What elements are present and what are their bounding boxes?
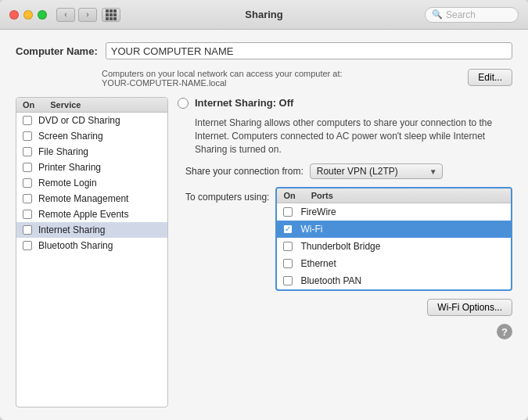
computer-name-input[interactable] xyxy=(106,42,512,59)
main-content: Computer Name: Computers on your local n… xyxy=(0,30,528,420)
printer-sharing-label: Printer Sharing xyxy=(38,162,101,173)
internet-sharing-item[interactable]: Internet Sharing xyxy=(16,222,167,238)
ports-item-firewire[interactable]: FireWire xyxy=(277,203,511,221)
thunderbolt-checkbox[interactable] xyxy=(283,242,293,251)
file-sharing-checkbox[interactable] xyxy=(23,147,32,156)
to-computers-row: To computers using: On Ports FireWire xyxy=(185,187,512,291)
sharing-window: ‹ › Sharing 🔍 Search Computer Name: Comp… xyxy=(0,0,528,420)
internet-sharing-label: Internet Sharing xyxy=(38,224,105,235)
remote-login-label: Remote Login xyxy=(38,178,97,188)
remote-login-checkbox[interactable] xyxy=(23,178,32,188)
ports-item-bluetooth-pan[interactable]: Bluetooth PAN xyxy=(277,272,511,289)
list-item[interactable]: Remote Apple Events xyxy=(16,206,167,222)
search-placeholder: Search xyxy=(446,9,476,20)
list-item[interactable]: File Sharing xyxy=(16,144,167,160)
internet-sharing-desc: Internet Sharing allows other computers … xyxy=(195,117,512,156)
internet-sharing-title: Internet Sharing: Off xyxy=(195,97,293,109)
right-panel: Internet Sharing: Off Internet Sharing a… xyxy=(178,97,512,407)
bluetooth-pan-checkbox[interactable] xyxy=(283,276,293,285)
internet-sharing-header: Internet Sharing: Off xyxy=(178,97,512,109)
thunderbolt-label: Thunderbolt Bridge xyxy=(300,241,380,252)
share-from-select[interactable]: Router VPN (L2TP) ▼ xyxy=(310,163,443,179)
ports-header-on: On xyxy=(283,191,295,200)
grid-view-button[interactable] xyxy=(102,8,120,22)
dvd-sharing-checkbox[interactable] xyxy=(23,116,32,125)
wifi-label: Wi-Fi xyxy=(300,224,322,235)
list-item[interactable]: Screen Sharing xyxy=(16,128,167,144)
ethernet-label: Ethernet xyxy=(300,258,336,269)
traffic-lights xyxy=(9,10,47,20)
forward-button[interactable]: › xyxy=(78,8,97,22)
close-button[interactable] xyxy=(9,10,19,20)
list-header: On Service xyxy=(16,98,167,113)
list-item[interactable]: Bluetooth Sharing xyxy=(16,238,167,253)
dvd-sharing-label: DVD or CD Sharing xyxy=(38,115,120,126)
ports-header: On Ports xyxy=(277,188,511,203)
computer-name-sub-text: Computers on your local network can acce… xyxy=(102,69,460,88)
to-computers-label: To computers using: xyxy=(185,192,269,203)
maximize-button[interactable] xyxy=(38,10,47,20)
ports-item-ethernet[interactable]: Ethernet xyxy=(277,255,511,272)
share-from-row: Share your connection from: Router VPN (… xyxy=(185,163,512,179)
select-arrow-icon: ▼ xyxy=(429,167,437,176)
computer-name-row: Computer Name: xyxy=(16,42,512,59)
list-header-service: Service xyxy=(50,100,81,109)
remote-mgmt-label: Remote Management xyxy=(38,193,128,204)
service-list: On Service DVD or CD Sharing Screen Shar… xyxy=(16,97,168,407)
list-header-on: On xyxy=(23,100,34,109)
wifi-checkbox[interactable] xyxy=(283,224,293,234)
remote-apple-events-checkbox[interactable] xyxy=(23,210,32,219)
search-icon: 🔍 xyxy=(432,9,443,20)
screen-sharing-checkbox[interactable] xyxy=(23,131,32,141)
ports-item-thunderbolt[interactable]: Thunderbolt Bridge xyxy=(277,238,511,255)
list-item[interactable]: DVD or CD Sharing xyxy=(16,113,167,128)
printer-sharing-checkbox[interactable] xyxy=(23,163,32,172)
ports-dropdown: On Ports FireWire Wi-Fi xyxy=(275,187,512,291)
bluetooth-sharing-checkbox[interactable] xyxy=(23,241,32,250)
share-from-label: Share your connection from: xyxy=(185,166,304,177)
screen-sharing-label: Screen Sharing xyxy=(38,131,103,142)
back-button[interactable]: ‹ xyxy=(56,8,75,22)
ethernet-checkbox[interactable] xyxy=(283,259,293,268)
internet-sharing-radio[interactable] xyxy=(178,98,189,109)
list-item[interactable]: Printer Sharing xyxy=(16,160,167,175)
help-button[interactable]: ? xyxy=(497,324,512,339)
computer-name-sub: Computers on your local network can acce… xyxy=(102,69,512,88)
list-item[interactable]: Remote Management xyxy=(16,191,167,206)
window-title: Sharing xyxy=(245,9,282,20)
edit-button[interactable]: Edit... xyxy=(468,69,512,86)
search-box[interactable]: 🔍 Search xyxy=(425,7,519,23)
help-row: ? xyxy=(178,324,512,343)
remote-apple-events-label: Remote Apple Events xyxy=(38,209,128,220)
computer-name-label: Computer Name: xyxy=(16,45,98,57)
bluetooth-sharing-label: Bluetooth Sharing xyxy=(38,240,113,251)
titlebar: ‹ › Sharing 🔍 Search xyxy=(0,0,528,30)
file-sharing-label: File Sharing xyxy=(38,146,88,157)
ports-header-ports: Ports xyxy=(311,191,333,200)
bluetooth-pan-label: Bluetooth PAN xyxy=(300,275,361,286)
wifi-options-button[interactable]: Wi-Fi Options... xyxy=(427,299,512,316)
wifi-options-row: Wi-Fi Options... xyxy=(178,299,512,316)
list-item[interactable]: Remote Login xyxy=(16,175,167,191)
firewire-label: FireWire xyxy=(300,206,336,217)
remote-mgmt-checkbox[interactable] xyxy=(23,194,32,203)
firewire-checkbox[interactable] xyxy=(283,207,293,217)
main-panel: On Service DVD or CD Sharing Screen Shar… xyxy=(16,97,512,407)
share-from-select-label: Router VPN (L2TP) xyxy=(317,166,425,177)
ports-item-wifi[interactable]: Wi-Fi xyxy=(277,221,511,238)
service-list-items: DVD or CD Sharing Screen Sharing File Sh… xyxy=(16,113,167,407)
internet-sharing-checkbox[interactable] xyxy=(23,225,32,235)
nav-buttons: ‹ › xyxy=(56,8,97,22)
minimize-button[interactable] xyxy=(23,10,33,20)
